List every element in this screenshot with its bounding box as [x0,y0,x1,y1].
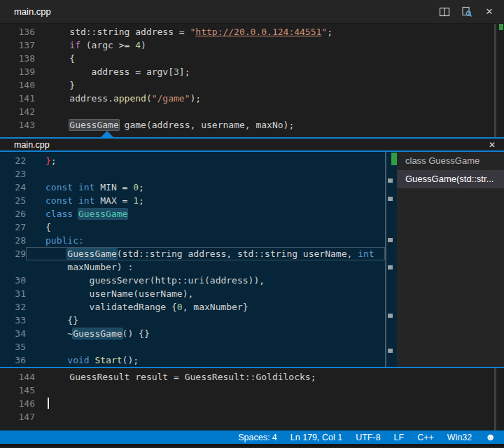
code-line[interactable]: 138 { [0,52,504,65]
code-token: {} [46,315,78,326]
code-line[interactable]: 34 ~GuessGame() {} [0,327,385,340]
code-token: 4 [135,40,141,50]
code-line[interactable]: 27{ [0,220,385,234]
line-content: userName(userName), [26,287,385,300]
code-line[interactable]: 30 guessServer(http::uri(address)), [0,274,385,287]
code-line[interactable]: 147 [0,410,504,424]
line-content [35,410,504,424]
code-token: GuessGame [73,328,122,339]
editor-window: main.cpp ✕ 136 std::string address = "ht… [0,0,504,448]
code-line[interactable]: 31 userName(userName), [0,287,385,300]
peek-result-item[interactable]: class GuessGame [397,152,504,170]
code-token: http://20.0.0.124:44551 [195,27,321,37]
line-content: maxNumber) : [26,260,385,274]
code-token: class [46,209,73,219]
feedback-smiley-icon[interactable]: ☻ [485,430,496,444]
line-content: GuessGame(std::string address, std::stri… [26,247,385,260]
code-token: (std::string address, std::string userNa… [117,248,358,259]
code-line[interactable]: 144 GuessResult result = GuessResult::Go… [0,370,504,384]
line-number: 27 [0,220,26,234]
code-token: guessServer(http::uri(address)), [46,275,265,286]
code-token: public [46,235,78,246]
window-bottom-edge [0,444,504,447]
peek-result-item[interactable]: GuessGame(std::str... [397,170,504,188]
line-number: 28 [0,234,26,247]
code-line[interactable]: 35 [0,340,385,354]
code-line[interactable]: 140 } [0,78,504,92]
line-content: { [26,220,385,234]
peek-editor[interactable]: 22};2324const int MIN = 0;25const int MA… [0,152,385,367]
editor-bottom[interactable]: 144 GuessResult result = GuessResult::Go… [0,368,504,430]
code-token: 3 [174,66,179,77]
code-token: : [78,235,84,246]
line-content [35,105,504,118]
peek-close-icon[interactable]: ✕ [487,140,497,150]
indentation-indicator[interactable]: Spaces: 4 [238,433,277,442]
ruler-occurrence-marker [388,265,393,270]
split-editor-icon[interactable] [438,6,451,18]
code-line[interactable]: 23 [0,167,385,181]
code-token [73,195,78,206]
code-line[interactable]: 136 std::string address = "http://20.0.0… [0,25,504,38]
code-line[interactable]: 33 {} [0,314,385,327]
line-content: GuessResult result = GuessResult::Goldil… [35,370,504,384]
code-token: ~ [46,328,73,339]
line-number: 29 [0,247,26,260]
language-indicator[interactable]: C++ [417,433,434,442]
close-editor-icon[interactable]: ✕ [483,6,496,18]
line-number: 146 [0,397,35,410]
peek-overview-ruler[interactable] [385,152,397,367]
code-token: GuessGame [67,248,116,259]
encoding-indicator[interactable]: UTF-8 [356,433,380,442]
line-content: if (argc >= 4) [35,38,504,52]
code-line[interactable]: 141 address.append("/game"); [0,92,504,105]
code-line[interactable]: 22}; [0,154,385,167]
editor-scrollbar[interactable] [494,24,496,137]
code-line[interactable]: 146 [0,397,504,410]
code-line[interactable]: maxNumber) : [0,260,385,274]
line-number: 144 [0,370,35,384]
code-line[interactable]: 36 void Start(); [0,354,385,367]
code-token: address. [48,93,113,104]
code-line[interactable]: 28public: [0,234,385,247]
ruler-occurrence-marker [388,238,393,242]
cursor-position-indicator[interactable]: Ln 179, Col 1 [290,433,342,442]
code-token: maxNumber) : [46,262,133,272]
line-content: public: [26,234,385,247]
peek-scrollbar[interactable] [385,152,386,367]
code-token: GuessGame [78,209,127,219]
tab-main-cpp[interactable]: main.cpp [14,6,51,17]
code-line[interactable]: 26class GuessGame [0,207,385,220]
code-line[interactable]: 145 [0,384,504,397]
code-token: ; [327,27,332,37]
editor-scrollbar-lower[interactable] [494,368,496,430]
code-line[interactable]: 142 [0,105,504,118]
code-line[interactable]: 25const int MAX = 1; [0,194,385,207]
line-number: 34 [0,327,26,340]
code-token: ) [141,40,146,50]
code-line[interactable]: 24const int MIN = 0; [0,181,385,194]
editor-top-lines: 136 std::string address = "http://20.0.0… [0,25,504,132]
eol-indicator[interactable]: LF [394,433,405,442]
code-token [46,355,67,365]
code-token [48,120,69,130]
code-line[interactable]: 139 address = argv[3]; [0,65,504,78]
ruler-occurrence-marker [388,314,393,318]
line-number: 142 [0,105,35,118]
code-line[interactable]: 137 if (argc >= 4) [0,38,504,52]
line-number [0,260,26,274]
peek-anchor-arrow [101,131,113,137]
editor-top[interactable]: 136 std::string address = "http://20.0.0… [0,24,504,137]
code-line[interactable]: 143 GuessGame game(address, username, ma… [0,118,504,132]
code-line[interactable]: 29 GuessGame(std::string address, std::s… [0,247,385,260]
code-line[interactable]: 32 validatedRange {0, maxNumber} [0,300,385,314]
line-number: 24 [0,181,26,194]
platform-indicator[interactable]: Win32 [447,433,472,442]
code-token: std::string address = [48,27,190,37]
line-number: 22 [0,154,26,167]
line-content: } [35,78,504,92]
code-token: const [46,195,73,206]
open-preview-icon[interactable] [461,6,473,18]
ruler-occurrence-marker [388,178,393,183]
line-number: 33 [0,314,26,327]
